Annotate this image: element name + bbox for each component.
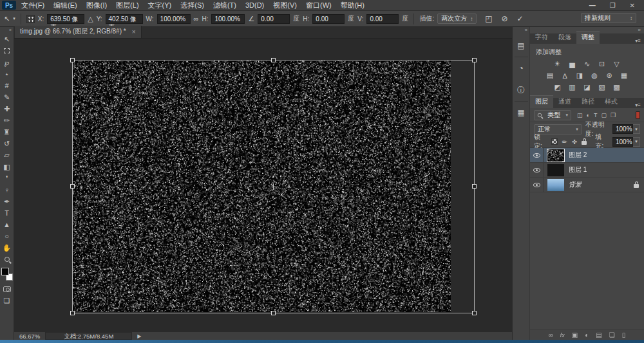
filter-pixel-layers-icon[interactable]: ◫: [577, 112, 583, 118]
eraser-tool-icon[interactable]: ▱: [1, 149, 13, 161]
panel-menu-icon[interactable]: ▾≡: [635, 102, 644, 108]
zoom-level[interactable]: 66.67%: [19, 333, 40, 340]
transform-handle-top-middle[interactable]: [271, 58, 276, 62]
tab-paths[interactable]: 路径: [576, 96, 600, 108]
new-adjustment-layer-icon[interactable]: ◐: [585, 331, 589, 338]
menu-image[interactable]: 图像(I): [86, 1, 107, 10]
invert-icon[interactable]: ◩: [553, 83, 563, 91]
gradient-tool-icon[interactable]: ◧: [1, 161, 13, 172]
visibility-cell[interactable]: [530, 148, 544, 162]
tab-styles[interactable]: 样式: [600, 96, 623, 108]
lock-image-pixels-icon[interactable]: ✏: [562, 138, 567, 145]
layer-name[interactable]: 图层 1: [569, 165, 587, 174]
tab-paragraph[interactable]: 段落: [553, 32, 576, 44]
selective-color-icon[interactable]: ▧: [597, 83, 607, 91]
menu-3d[interactable]: 3D(D): [245, 1, 264, 9]
warp-mode-icon[interactable]: ◰: [485, 14, 492, 23]
layer-row-background[interactable]: 背景: [530, 178, 644, 192]
crop-tool-icon[interactable]: #: [1, 80, 13, 91]
layer-name[interactable]: 图层 2: [569, 151, 587, 160]
color-balance-icon[interactable]: ∆: [560, 71, 570, 80]
panel-menu-icon[interactable]: ▾≡: [635, 38, 644, 44]
interpolation-dropdown[interactable]: 两次立方 ↕: [437, 14, 477, 24]
transform-center-point[interactable]: [270, 183, 277, 190]
fill-value[interactable]: 100%: [612, 137, 633, 147]
menu-view[interactable]: 视图(V): [273, 1, 297, 10]
transform-handle-top-right[interactable]: [472, 58, 477, 62]
posterize-icon[interactable]: ▥: [567, 83, 578, 91]
layer-name[interactable]: 背景: [569, 180, 582, 189]
spot-healing-brush-tool-icon[interactable]: ✚: [1, 103, 13, 115]
levels-icon[interactable]: ▅: [567, 60, 578, 68]
visibility-cell[interactable]: [530, 178, 544, 192]
filter-smart-object-icon[interactable]: ❒: [611, 112, 616, 118]
rectangular-marquee-tool-icon[interactable]: [1, 45, 13, 57]
menu-edit[interactable]: 编辑(E): [53, 1, 77, 10]
new-group-icon[interactable]: ▤: [596, 331, 601, 338]
menu-select[interactable]: 选择(S): [180, 1, 204, 10]
document-tab[interactable]: timg.jpg @ 66.7% (图层 2, RGB/8#) * ×: [15, 26, 142, 38]
relative-position-icon[interactable]: △: [88, 15, 93, 23]
photo-filter-icon[interactable]: ◍: [589, 71, 600, 80]
threshold-icon[interactable]: ◪: [582, 83, 592, 91]
reference-point-locator[interactable]: [26, 15, 35, 23]
menu-layer[interactable]: 图层(L): [116, 1, 138, 10]
quick-mask-icon[interactable]: [1, 283, 13, 295]
transform-handle-middle-right[interactable]: [472, 184, 477, 189]
zoom-tool-icon[interactable]: [1, 254, 13, 265]
menu-window[interactable]: 窗口(W): [306, 1, 332, 10]
menu-file[interactable]: 文件(F): [21, 1, 44, 10]
tab-channels[interactable]: 通道: [553, 96, 576, 108]
opacity-value[interactable]: 100%: [612, 124, 633, 134]
properties-panel-icon[interactable]: ◔: [515, 62, 527, 75]
layer-row-layer1[interactable]: 图层 1: [530, 163, 644, 178]
add-layer-mask-icon[interactable]: ▣: [572, 331, 578, 338]
gradient-map-icon[interactable]: ▩: [612, 83, 622, 91]
quick-selection-tool-icon[interactable]: ⋆: [1, 68, 13, 80]
minimize-button[interactable]: —: [589, 2, 596, 9]
tab-adjustments[interactable]: 调整: [576, 31, 600, 44]
workspace-dropdown[interactable]: 排新规则 ↕: [581, 13, 636, 23]
tab-layers[interactable]: 图层: [530, 95, 553, 108]
info-panel-icon[interactable]: ⓘ: [515, 84, 527, 97]
pen-tool-icon[interactable]: ✒: [1, 196, 13, 207]
screen-mode-icon[interactable]: ❏: [1, 295, 13, 306]
blur-tool-icon[interactable]: ❜: [1, 172, 13, 184]
lock-all-icon[interactable]: [582, 141, 587, 145]
color-swatches[interactable]: [1, 268, 13, 281]
dodge-tool-icon[interactable]: ♀: [1, 184, 13, 196]
eye-icon[interactable]: [533, 153, 540, 158]
cancel-transform-icon[interactable]: ⊘: [502, 14, 508, 23]
layer-thumbnail-black[interactable]: [547, 164, 564, 176]
type-tool-icon[interactable]: T: [1, 207, 13, 219]
layer-filter-type-dropdown[interactable]: 类型 ▾: [534, 110, 571, 120]
path-selection-tool-icon[interactable]: ▲: [1, 219, 13, 230]
transform-handle-middle-left[interactable]: [70, 184, 75, 189]
move-tool-icon[interactable]: ↖: [1, 33, 13, 45]
v-skew-input[interactable]: 0.00: [366, 14, 399, 24]
eye-icon[interactable]: [533, 183, 540, 187]
history-brush-tool-icon[interactable]: ↺: [1, 138, 13, 149]
eyedropper-tool-icon[interactable]: ✎: [1, 91, 13, 103]
new-layer-icon[interactable]: ❏: [609, 331, 615, 338]
layer-style-fx-icon[interactable]: fx: [560, 332, 565, 338]
menu-type[interactable]: 文字(Y): [148, 1, 172, 10]
lasso-tool-icon[interactable]: ℘: [1, 57, 13, 68]
swatches-panel-icon[interactable]: ▦: [515, 106, 527, 119]
close-button[interactable]: ✕: [630, 2, 635, 9]
visibility-cell[interactable]: [530, 163, 544, 177]
tool-preset-icon[interactable]: ↖: [4, 15, 10, 23]
exposure-icon[interactable]: ⊡: [597, 60, 607, 68]
brush-presets-panel-icon[interactable]: ▤: [515, 39, 527, 52]
link-dimensions-icon[interactable]: ∞: [194, 15, 199, 23]
status-options-arrow-icon[interactable]: ▶: [137, 333, 141, 339]
clone-stamp-tool-icon[interactable]: ♜: [1, 126, 13, 138]
lock-transparent-pixels-icon[interactable]: [551, 138, 558, 145]
lock-position-icon[interactable]: ✜: [572, 138, 577, 145]
link-layers-icon[interactable]: ∞: [549, 331, 553, 338]
opacity-combo[interactable]: 100% ▾: [612, 124, 640, 134]
ellipse-tool-icon[interactable]: ○: [1, 230, 13, 242]
chevron-down-icon[interactable]: ▾: [633, 137, 640, 147]
dock-expand-icon[interactable]: «: [513, 27, 529, 35]
filter-adjustment-layers-icon[interactable]: ◐: [587, 112, 590, 118]
